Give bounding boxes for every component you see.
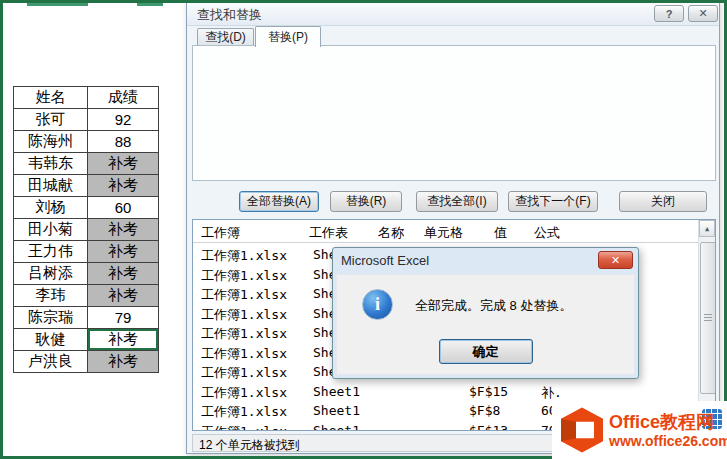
score-cell[interactable]: 补考 [88,219,159,241]
results-header: 工作簿 工作表 名称 单元格 值 公式 [193,220,698,243]
scrollbar-thumb[interactable] [700,242,716,394]
score-table-body: 张可92陈海州88韦韩东补考田城献补考刘杨60田小菊补考王力伟补考吕树添补考李玮… [14,109,159,373]
find-next-button[interactable]: 查找下一个(F) [508,191,598,212]
msgbox-title: Microsoft Excel [341,253,429,268]
arrow-up-icon: ▲ [705,225,709,233]
result-workbook: 工作簿1.xlsx [201,423,287,432]
result-cell: $F$13 [469,423,508,432]
name-cell[interactable]: 耿健 [14,329,88,351]
dialog-title: 查找和替换 [197,6,262,24]
msgbox-close-button[interactable]: ✕ [598,251,633,269]
screenshot-root: 姓名 成绩 张可92陈海州88韦韩东补考田城献补考刘杨60田小菊补考王力伟补考吕… [0,0,727,459]
col-workbook[interactable]: 工作簿 [201,224,240,242]
score-cell[interactable]: 补考 [88,263,159,285]
name-cell[interactable]: 陈海州 [14,131,88,153]
close-button[interactable]: 关闭 [619,191,707,212]
name-cell[interactable]: 李玮 [14,285,88,307]
result-cell: $F$8 [469,403,500,418]
result-value: 补. [541,384,562,402]
table-row: 卢洪良补考 [14,351,159,373]
score-cell-selected[interactable]: 补考 [88,329,159,351]
name-cell[interactable]: 刘杨 [14,197,88,219]
col-header-score: 成绩 [88,87,159,109]
tab-page [192,45,716,181]
table-row: 田小菊补考 [14,219,159,241]
tab-replace[interactable]: 替换(P) [255,26,321,47]
score-table: 姓名 成绩 张可92陈海州88韦韩东补考田城献补考刘杨60田小菊补考王力伟补考吕… [13,86,159,373]
table-row: 张可92 [14,109,159,131]
result-row[interactable]: 工作簿1.xlsxSheet1$F$15补. [193,382,698,401]
result-workbook: 工作簿1.xlsx [201,325,287,343]
score-cell[interactable]: 补考 [88,153,159,175]
score-cell[interactable]: 79 [88,307,159,329]
result-workbook: 工作簿1.xlsx [201,384,287,402]
frame-left [0,0,3,459]
ok-button[interactable]: 确定 [439,339,533,364]
result-workbook: 工作簿1.xlsx [201,364,287,382]
name-cell[interactable]: 张可 [14,109,88,131]
result-workbook: 工作簿1.xlsx [201,345,287,363]
name-cell[interactable]: 陈宗瑞 [14,307,88,329]
watermark: Office教程网 www.office26.com [552,401,727,459]
info-icon: i [362,289,393,320]
help-button[interactable]: ? [654,5,684,22]
result-workbook: 工作簿1.xlsx [201,403,287,421]
msgbox-body: i 全部完成。完成 8 处替换。 确定 [336,274,635,375]
replace-all-button[interactable]: 全部替换(A) [239,191,319,212]
result-workbook: 工作簿1.xlsx [201,267,287,285]
frame-top [0,0,727,3]
result-cell: $F$15 [469,384,508,399]
score-cell[interactable]: 补考 [88,285,159,307]
excel-grid-fragment [27,3,88,6]
watermark-brand: Office教程网 [609,410,714,434]
table-row: 李玮补考 [14,285,159,307]
help-icon: ? [666,8,673,20]
replace-button[interactable]: 替换(R) [330,191,402,212]
table-header-row: 姓名 成绩 [14,87,159,109]
scroll-up-button[interactable]: ▲ [699,220,715,237]
score-cell[interactable]: 88 [88,131,159,153]
result-workbook: 工作簿1.xlsx [201,306,287,324]
office-logo-icon [558,406,606,454]
tab-find[interactable]: 查找(D) [197,28,254,46]
result-workbook: 工作簿1.xlsx [201,247,287,265]
results-scrollbar[interactable]: ▲ ▼ [698,220,715,430]
find-all-button[interactable]: 查找全部(I) [416,191,498,212]
name-cell[interactable]: 王力伟 [14,241,88,263]
watermark-url: www.office26.com [609,433,727,449]
col-cell[interactable]: 单元格 [424,224,463,242]
score-cell[interactable]: 60 [88,197,159,219]
table-row: 刘杨60 [14,197,159,219]
col-name[interactable]: 名称 [378,224,404,242]
result-sheet: Sheet1 [313,384,360,399]
table-row: 吕树添补考 [14,263,159,285]
score-cell[interactable]: 92 [88,109,159,131]
name-cell[interactable]: 吕树添 [14,263,88,285]
name-cell[interactable]: 卢洪良 [14,351,88,373]
close-icon: ✕ [611,254,620,267]
table-row: 陈宗瑞79 [14,307,159,329]
result-sheet: Sheet1 [313,403,360,418]
col-worksheet[interactable]: 工作表 [309,224,348,242]
score-cell[interactable]: 补考 [88,241,159,263]
find-replace-dialog: 查找和替换 ? ✕ 查找(D) 替换(P) 查找内容(N): * ▼ 未设定格式… [186,0,720,454]
table-row: 田城献补考 [14,175,159,197]
table-row: 陈海州88 [14,131,159,153]
score-cell[interactable]: 补考 [88,351,159,373]
name-cell[interactable]: 田小菊 [14,219,88,241]
msgbox-message: 全部完成。完成 8 处替换。 [415,297,572,315]
col-formula[interactable]: 公式 [534,224,560,242]
table-row: 韦韩东补考 [14,153,159,175]
name-cell[interactable]: 韦韩东 [14,153,88,175]
excel-grid-fragment [137,3,163,6]
excel-message-box: Microsoft Excel ✕ i 全部完成。完成 8 处替换。 确定 [332,247,639,379]
dialog-close-button[interactable]: ✕ [688,5,718,22]
score-cell[interactable]: 补考 [88,175,159,197]
name-cell[interactable]: 田城献 [14,175,88,197]
result-workbook: 工作簿1.xlsx [201,286,287,304]
dialog-titlebar[interactable]: 查找和替换 ? ✕ [187,1,719,26]
col-value[interactable]: 值 [494,224,507,242]
col-header-name: 姓名 [14,87,88,109]
table-row: 王力伟补考 [14,241,159,263]
result-sheet: Sheet1 [313,423,360,432]
